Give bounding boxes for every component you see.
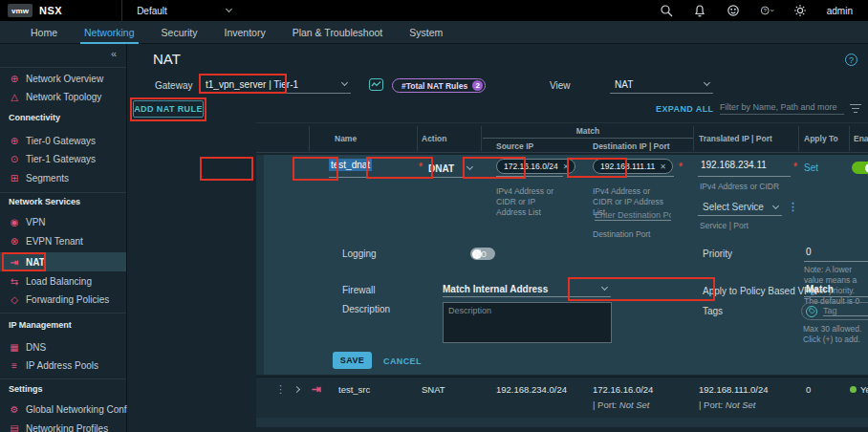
firewall-label: Firewall [342,285,375,295]
notifications-icon[interactable] [693,4,707,18]
vpn-value: Match [804,284,834,294]
enabled-status-dot [850,386,857,393]
page-help-icon[interactable] [845,54,857,66]
sidebar-item-label: Segments [26,173,69,184]
sidebar-item-tier0-gateways[interactable]: ⊕ Tier-0 Gateways [0,131,126,150]
row-enabled: Yes [850,384,868,395]
name-input[interactable]: test_dnat [329,160,414,178]
firewall-chevron-icon [601,284,608,291]
divider [0,313,126,313]
filter-input[interactable] [720,99,844,115]
row-translated-ip: 192.168.111.0/24 [699,384,769,395]
remove-source-chip-icon[interactable]: ✕ [563,162,570,171]
row-enabled-value: Yes [860,384,868,395]
action-chevron-icon [467,163,473,170]
description-textarea[interactable] [443,302,612,343]
feedback-icon[interactable] [727,4,741,18]
tab-home[interactable]: Home [17,21,71,44]
priority-label: Priority [703,248,732,259]
org-chevron-icon[interactable] [226,6,232,12]
sidebar-item-evpn-tenant[interactable]: ⊗ EVPN Tenant [0,231,126,250]
sidebar-item-dns[interactable]: ▦ DNS [0,337,126,356]
org-switcher[interactable]: Default [137,6,167,16]
source-ip-field[interactable]: 172.16.16.0/24 ✕ [496,159,563,177]
row-menu-icon[interactable]: ⋮ [275,383,286,396]
sidebar-item-label: EVPN Tenant [26,236,83,247]
column-group-match: Match [483,126,693,139]
gateway-stats-icon[interactable] [369,78,383,91]
apply-to-set-link[interactable]: Set [804,162,818,173]
port-prefix: | Port: [699,400,723,410]
vmware-logo: vmw [8,4,33,17]
vpn-dropdown[interactable]: Match [804,281,868,297]
sidebar-collapse-icon[interactable]: « [111,48,117,59]
view-dropdown[interactable]: NAT [610,76,713,94]
cancel-button[interactable]: CANCEL [383,356,422,366]
port-value: Not Set [619,400,650,410]
row-destination-ip: 172.16.16.0/24 [593,384,653,395]
action-dropdown[interactable]: DNAT [425,160,476,178]
priority-input[interactable]: 0 [804,247,868,262]
tab-networking[interactable]: Networking [71,21,148,44]
destination-port-input[interactable] [595,210,671,221]
sidebar-item-networking-profiles[interactable]: ▤ Networking Profiles [0,419,126,432]
main-nav: Home Networking Security Inventory Plan … [0,21,868,44]
select-service-dropdown[interactable]: Select Service [698,199,782,216]
sidebar-item-global-networking-config[interactable]: ⚙ Global Networking Config [0,400,126,419]
tab-security[interactable]: Security [148,21,211,44]
network-topology-icon: △ [9,92,20,102]
sidebar-item-label: Global Networking Config [26,404,134,415]
sidebar-item-label: Tier-0 Gateways [26,136,96,146]
enabled-toggle[interactable] [852,162,868,174]
remove-destination-chip-icon[interactable]: ✕ [660,162,666,171]
tag-input[interactable] [823,306,868,316]
action-value: DNAT [425,163,454,174]
help-icon[interactable]: ? [760,4,774,18]
sidebar-item-tier1-gateways[interactable]: ⊙ Tier-1 Gateways [0,149,126,168]
user-menu[interactable]: admin [827,6,853,16]
row-apply-to: 0 [806,384,811,395]
sidebar-item-network-topology[interactable]: △ Network Topology [0,87,126,106]
sidebar-item-forwarding-policies[interactable]: ◇ Forwarding Policies [0,290,126,309]
sidebar-item-network-overview[interactable]: ⊕ Network Overview [0,69,126,88]
select-service-value: Select Service [698,202,764,212]
table-row-test-src[interactable]: ⋮ ⇥ test_src SNAT 192.168.234.0/24 172.1… [256,377,868,418]
theme-icon[interactable] [793,4,808,18]
port-value: Not Set [726,400,756,410]
total-nat-rules-badge: #Total NAT Rules 2 [392,78,486,93]
expand-all-button[interactable]: EXPAND ALL [656,104,714,114]
sidebar-item-label: Tier-1 Gateways [26,154,96,164]
gateway-dropdown[interactable]: t1_vpn_server | Tier-1 [201,76,351,94]
tags-field: + [801,302,868,320]
tab-plan-troubleshoot[interactable]: Plan & Troubleshoot [279,21,397,44]
translated-required-marker: * [793,162,797,172]
add-nat-rule-button[interactable]: ADD NAT RULE [133,100,204,118]
filter-icon[interactable] [850,104,861,115]
tab-system[interactable]: System [396,21,456,44]
sidebar-item-segments[interactable]: ⊞ Segments [0,168,126,187]
sidebar-item-nat[interactable]: ⇥ NAT [0,252,126,271]
vpn-icon: ◉ [9,217,20,227]
network-overview-icon: ⊕ [9,74,20,84]
description-label: Description [342,304,390,314]
firewall-dropdown[interactable]: Match Internal Address [443,281,611,297]
search-icon[interactable] [660,4,674,18]
divider [121,0,122,21]
column-name: Name [335,134,357,143]
sidebar-item-load-balancing[interactable]: ⇆ Load Balancing [0,271,126,291]
source-ip-chip: 172.16.16.0/24 ✕ [496,159,575,174]
tab-inventory[interactable]: Inventory [210,21,278,44]
destination-required-marker: * [679,162,683,172]
service-menu-icon[interactable]: ⋮ [788,201,798,213]
sidebar-item-vpn[interactable]: ◉ VPN [0,212,126,231]
row-expand-icon[interactable] [293,386,300,393]
save-button[interactable]: SAVE [333,352,372,369]
tags-note: Max 30 allowed. Click (+) to add. [803,324,868,345]
destination-ip-field[interactable]: 192.168.111.11 ✕ [593,159,674,177]
source-ip-chip-value: 172.16.16.0/24 [504,162,558,171]
translated-ip-input[interactable]: 192.168.234.11 [698,160,791,177]
sidebar-item-ip-address-pools[interactable]: ≡ IP Address Pools [0,356,126,375]
sidebar: « ⊕ Network Overview △ Network Topology … [0,44,127,432]
column-destination-ip: Destination IP | Port [593,141,670,151]
translated-ip-hint: IPv4 Address or CIDR [700,182,779,192]
